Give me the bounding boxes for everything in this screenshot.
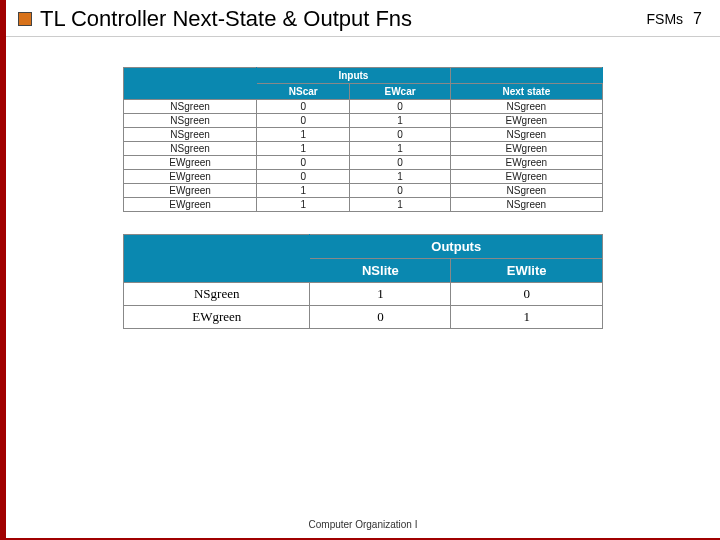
output-table-blank xyxy=(124,235,310,283)
header-right: FSMs 7 xyxy=(647,6,702,28)
cell-ewcar: 1 xyxy=(350,198,450,212)
table-row: EWgreen00EWgreen xyxy=(124,156,603,170)
cell-next: EWgreen xyxy=(450,142,602,156)
cell-state: EWgreen xyxy=(124,198,257,212)
cell-nscar: 0 xyxy=(257,114,350,128)
cell-next: NSgreen xyxy=(450,100,602,114)
state-table-col-nscar: NScar xyxy=(257,84,350,100)
cell-next: NSgreen xyxy=(450,198,602,212)
page-number: 7 xyxy=(693,10,702,28)
cell-ewcar: 1 xyxy=(350,114,450,128)
cell-next: EWgreen xyxy=(450,114,602,128)
state-table-inputs-header: Inputs xyxy=(257,68,451,84)
cell-state: NSgreen xyxy=(124,100,257,114)
cell-state: NSgreen xyxy=(124,114,257,128)
output-table-outputs-header: Outputs xyxy=(310,235,603,259)
cell-ewlite: 0 xyxy=(451,283,603,306)
cell-state: NSgreen xyxy=(124,283,310,306)
cell-nslite: 1 xyxy=(310,283,451,306)
state-table: Inputs NScar EWcar Next state NSgreen00N… xyxy=(123,67,603,212)
slide: TL Controller Next-State & Output Fns FS… xyxy=(0,0,720,540)
table-row: NSgreen00NSgreen xyxy=(124,100,603,114)
output-table: Outputs NSlite EWlite NSgreen10 EWgreen0… xyxy=(123,234,603,329)
cell-ewlite: 1 xyxy=(451,306,603,329)
table-row: NSgreen11EWgreen xyxy=(124,142,603,156)
cell-ewcar: 1 xyxy=(350,142,450,156)
table-row: EWgreen01EWgreen xyxy=(124,170,603,184)
cell-nscar: 0 xyxy=(257,156,350,170)
table-row: EWgreen11NSgreen xyxy=(124,198,603,212)
cell-ewcar: 0 xyxy=(350,156,450,170)
cell-nscar: 0 xyxy=(257,170,350,184)
cell-next: NSgreen xyxy=(450,184,602,198)
table-row: NSgreen10 xyxy=(124,283,603,306)
cell-state: NSgreen xyxy=(124,142,257,156)
header: TL Controller Next-State & Output Fns FS… xyxy=(6,6,720,37)
state-table-nextstate-blank xyxy=(450,68,602,84)
cell-nscar: 1 xyxy=(257,128,350,142)
table-row: NSgreen10NSgreen xyxy=(124,128,603,142)
cell-ewcar: 1 xyxy=(350,170,450,184)
cell-ewcar: 0 xyxy=(350,184,450,198)
cell-state: EWgreen xyxy=(124,184,257,198)
cell-ewcar: 0 xyxy=(350,100,450,114)
state-table-body: NSgreen00NSgreen NSgreen01EWgreen NSgree… xyxy=(124,100,603,212)
state-table-blank xyxy=(124,68,257,100)
cell-state: EWgreen xyxy=(124,156,257,170)
table-row: EWgreen10NSgreen xyxy=(124,184,603,198)
cell-state: NSgreen xyxy=(124,128,257,142)
content: Inputs NScar EWcar Next state NSgreen00N… xyxy=(6,37,720,329)
page-title: TL Controller Next-State & Output Fns xyxy=(40,6,412,32)
bullet-icon xyxy=(18,12,32,26)
cell-state: EWgreen xyxy=(124,306,310,329)
title-wrap: TL Controller Next-State & Output Fns xyxy=(18,6,412,32)
cell-next: NSgreen xyxy=(450,128,602,142)
output-table-col-nslite: NSlite xyxy=(310,259,451,283)
section-label: FSMs xyxy=(647,11,684,27)
cell-state: EWgreen xyxy=(124,170,257,184)
cell-nscar: 1 xyxy=(257,184,350,198)
cell-nscar: 1 xyxy=(257,142,350,156)
state-table-col-next: Next state xyxy=(450,84,602,100)
cell-nscar: 1 xyxy=(257,198,350,212)
table-row: EWgreen01 xyxy=(124,306,603,329)
cell-next: EWgreen xyxy=(450,156,602,170)
table-row: NSgreen01EWgreen xyxy=(124,114,603,128)
output-table-col-ewlite: EWlite xyxy=(451,259,603,283)
cell-ewcar: 0 xyxy=(350,128,450,142)
footer: Computer Organization I xyxy=(6,519,720,530)
output-table-body: NSgreen10 EWgreen01 xyxy=(124,283,603,329)
cell-nscar: 0 xyxy=(257,100,350,114)
state-table-col-ewcar: EWcar xyxy=(350,84,450,100)
cell-next: EWgreen xyxy=(450,170,602,184)
cell-nslite: 0 xyxy=(310,306,451,329)
